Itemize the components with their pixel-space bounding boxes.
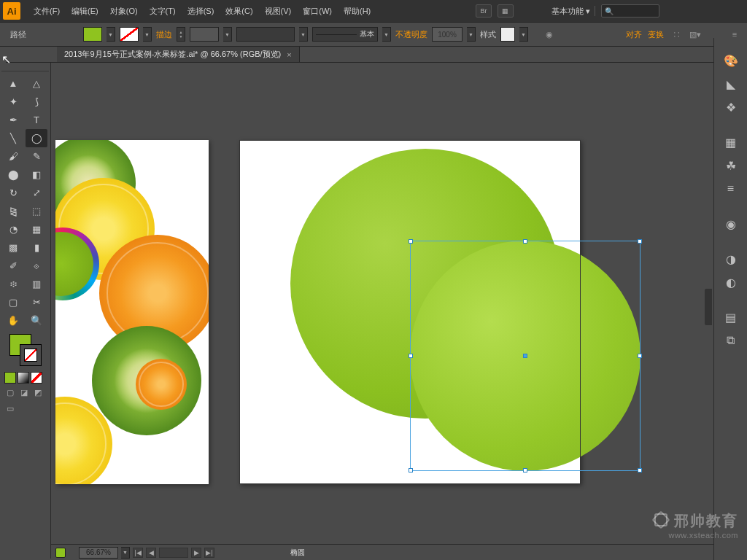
resize-handle-ne[interactable]: [638, 239, 642, 244]
bridge-button[interactable]: Br: [476, 4, 492, 18]
blob-brush-tool[interactable]: ⬤: [2, 166, 24, 184]
symbol-sprayer-tool[interactable]: ፨: [2, 275, 24, 293]
hand-tool[interactable]: ✋: [2, 311, 24, 330]
free-transform-tool[interactable]: ⬚: [26, 202, 47, 220]
menu-file[interactable]: 文件(F): [28, 6, 66, 17]
transform-label[interactable]: 变换: [648, 29, 664, 40]
swatches-icon[interactable]: ▦: [721, 133, 740, 152]
fill-dropdown[interactable]: ▼: [107, 27, 115, 42]
selection-tool[interactable]: ▲: [2, 74, 24, 93]
resize-handle-w[interactable]: [409, 354, 413, 358]
slice-tool[interactable]: ✂: [26, 293, 47, 311]
prev-artboard-button[interactable]: ◀: [146, 548, 156, 558]
stroke-weight-stepper[interactable]: ▲▼: [177, 27, 185, 42]
menu-type[interactable]: 文字(T): [144, 6, 182, 17]
color-panel-icon[interactable]: 🎨: [721, 51, 740, 70]
zoom-input[interactable]: 66.67%: [79, 547, 118, 559]
select-similar-button[interactable]: ▧▾: [689, 28, 702, 41]
stroke-profile-dropdown[interactable]: ▼: [299, 27, 308, 42]
brushes-icon[interactable]: ☘: [721, 156, 740, 175]
menu-view[interactable]: 视图(V): [259, 6, 298, 17]
color-mode-button[interactable]: [4, 372, 16, 384]
style-dropdown[interactable]: ▼: [519, 27, 528, 42]
zoom-tool[interactable]: 🔍: [26, 311, 47, 330]
layers-icon[interactable]: ▤: [721, 308, 740, 327]
menu-select[interactable]: 选择(S): [182, 6, 220, 17]
last-artboard-button[interactable]: ▶|: [204, 548, 214, 558]
menu-object[interactable]: 对象(O): [104, 6, 144, 17]
lasso-tool[interactable]: ⟆: [26, 93, 47, 111]
column-graph-tool[interactable]: ▥: [26, 275, 47, 293]
menu-edit[interactable]: 编辑(E): [66, 6, 104, 17]
center-point[interactable]: [523, 354, 527, 358]
fill-color-swatch[interactable]: [83, 27, 102, 42]
resize-handle-se[interactable]: [638, 468, 642, 472]
ellipse-tool[interactable]: ◯: [26, 129, 47, 147]
zoom-dropdown[interactable]: ▼: [121, 547, 130, 559]
workspace-switcher[interactable]: 基本功能 ▾: [547, 6, 595, 16]
draw-normal-button[interactable]: ▢: [4, 386, 16, 398]
menu-window[interactable]: 窗口(W): [297, 6, 338, 17]
menu-effect[interactable]: 效果(C): [220, 6, 258, 17]
stroke-weight-input[interactable]: [190, 27, 219, 42]
line-tool[interactable]: ╲: [2, 129, 24, 147]
artboard-nav-input[interactable]: [159, 548, 188, 558]
direct-selection-tool[interactable]: △: [26, 74, 47, 93]
canvas[interactable]: ▲ ▼: [51, 63, 747, 559]
brush-definition[interactable]: 基本: [312, 27, 378, 42]
screen-mode-button[interactable]: ▭: [4, 402, 16, 414]
resize-handle-sw[interactable]: [409, 468, 413, 472]
search-input[interactable]: 🔍: [601, 4, 659, 18]
resize-handle-e[interactable]: [638, 354, 642, 358]
width-tool[interactable]: ⧎: [2, 202, 24, 220]
kuler-icon[interactable]: ❖: [721, 98, 740, 117]
stroke-dropdown[interactable]: ▼: [143, 27, 152, 42]
shape-builder-tool[interactable]: ◔: [2, 220, 24, 238]
isolate-button[interactable]: ⸬: [670, 28, 683, 41]
type-tool[interactable]: T: [26, 111, 47, 129]
artboards-icon[interactable]: ⧉: [721, 331, 740, 350]
paintbrush-tool[interactable]: 🖌: [2, 147, 24, 166]
stroke-weight-dropdown[interactable]: ▼: [223, 27, 232, 42]
selection-bounding-box[interactable]: [410, 241, 640, 471]
stroke-indicator[interactable]: [20, 344, 42, 366]
gradient-tool[interactable]: ▮: [26, 238, 47, 257]
graphic-style-swatch[interactable]: [500, 27, 515, 42]
artboard-tool[interactable]: ▢: [2, 293, 24, 311]
symbols-icon[interactable]: ≡: [721, 179, 740, 198]
opacity-input[interactable]: 100%: [432, 27, 462, 42]
stroke-color-swatch[interactable]: [120, 27, 139, 42]
resize-handle-nw[interactable]: [409, 239, 413, 244]
mesh-tool[interactable]: ▩: [2, 238, 24, 257]
resize-handle-n[interactable]: [523, 239, 527, 244]
blend-tool[interactable]: ⟐: [26, 257, 47, 275]
align-label[interactable]: 对齐: [626, 29, 642, 40]
next-artboard-button[interactable]: ▶: [191, 548, 201, 558]
magic-wand-tool[interactable]: ✦: [2, 93, 24, 111]
first-artboard-button[interactable]: |◀: [133, 548, 143, 558]
gradient-mode-button[interactable]: [18, 372, 29, 384]
document-tab[interactable]: 2013年9月15号正式案例-水果标签.ai* @ 66.67% (RGB/预览…: [57, 46, 300, 62]
eyedropper-tool[interactable]: ✐: [2, 257, 24, 275]
perspective-grid-tool[interactable]: ▦: [26, 220, 47, 238]
pen-tool[interactable]: ✒: [2, 111, 24, 129]
dock-collapse-toggle[interactable]: [705, 44, 713, 525]
menu-help[interactable]: 帮助(H): [338, 6, 376, 17]
opacity-dropdown[interactable]: ▼: [467, 27, 476, 42]
color-guide-icon[interactable]: ◣: [721, 74, 740, 93]
rotate-tool[interactable]: ↻: [2, 184, 24, 202]
recolor-artwork-button[interactable]: ◉: [546, 30, 553, 39]
resize-handle-s[interactable]: [523, 468, 527, 472]
statusbar-proxy-swatch[interactable]: [55, 548, 66, 558]
draw-inside-button[interactable]: ◩: [32, 386, 44, 398]
eraser-tool[interactable]: ◧: [26, 166, 47, 184]
gradient-panel-icon[interactable]: ◑: [721, 249, 740, 268]
fill-stroke-indicator[interactable]: [9, 334, 42, 366]
draw-behind-button[interactable]: ◪: [18, 386, 30, 398]
scale-tool[interactable]: ⤢: [26, 184, 47, 202]
brush-dropdown[interactable]: ▼: [382, 27, 391, 42]
stroke-profile[interactable]: [236, 27, 295, 42]
stroke-panel-icon[interactable]: ◉: [721, 214, 740, 233]
pencil-tool[interactable]: ✎: [26, 147, 47, 166]
transparency-icon[interactable]: ◐: [721, 273, 740, 292]
